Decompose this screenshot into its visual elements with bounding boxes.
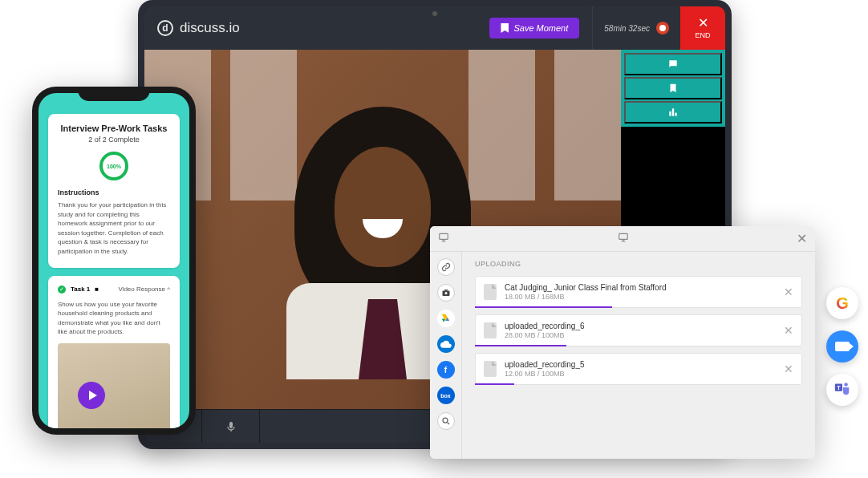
facebook-icon[interactable]: f — [437, 361, 455, 379]
file-name: Cat Judging_ Junior Class Final from Sta… — [505, 283, 776, 292]
upload-heading: UPLOADING — [475, 260, 802, 268]
file-size: 18.00 MB / 168MB — [505, 293, 776, 301]
svg-rect-1 — [672, 108, 674, 115]
upload-close-button[interactable]: ✕ — [797, 231, 807, 246]
svg-rect-12 — [444, 290, 448, 291]
chevron-up-icon: ^ — [167, 286, 170, 293]
file-icon — [484, 361, 497, 377]
brand-name: discuss.io — [180, 20, 240, 36]
progress-text: 2 of 2 Complete — [58, 136, 170, 144]
instructions-body: Thank you for your participation in this… — [58, 201, 170, 257]
task-label: Task 1 — [71, 286, 90, 293]
svg-point-16 — [844, 383, 848, 387]
upload-progress-bar — [475, 345, 566, 346]
upload-list: Cat Judging_ Junior Class Final from Sta… — [475, 276, 802, 385]
svg-rect-0 — [669, 111, 671, 116]
svg-rect-2 — [675, 113, 676, 116]
box-icon[interactable]: box — [437, 387, 455, 404]
end-label: END — [695, 31, 710, 39]
svg-rect-4 — [229, 422, 233, 428]
instructions-heading: Instructions — [58, 188, 170, 196]
camera-small-icon: ■ — [95, 286, 99, 293]
file-icon — [484, 284, 497, 300]
task-type: Video Response ^ — [118, 286, 170, 293]
monitor-icon-2 — [618, 232, 629, 246]
brand: d discuss.io — [157, 20, 240, 36]
brand-logo-icon: d — [157, 20, 173, 36]
file-name: uploaded_recording_6 — [505, 322, 776, 330]
play-button[interactable] — [78, 382, 105, 409]
upload-row: Cat Judging_ Junior Class Final from Sta… — [475, 276, 802, 308]
cancel-upload-button[interactable]: ✕ — [784, 324, 793, 337]
recording-icon — [656, 22, 669, 34]
chat-tab[interactable] — [624, 53, 722, 75]
zoom-integration-icon[interactable] — [826, 330, 858, 363]
link-source-icon[interactable] — [437, 258, 455, 276]
search-source-icon[interactable] — [437, 412, 455, 430]
google-drive-icon[interactable] — [437, 310, 455, 327]
upload-dialog: ✕ f box UPLOADING Cat Judging_ Junior Cl… — [430, 226, 815, 459]
google-integration-icon[interactable]: G — [826, 287, 858, 319]
cancel-upload-button[interactable]: ✕ — [784, 363, 793, 375]
upload-row: uploaded_recording_5 12.00 MB / 100MB ✕ — [475, 353, 802, 385]
check-icon: ✓ — [58, 286, 66, 294]
save-moment-button[interactable]: Save Moment — [489, 18, 579, 38]
monitor-icon — [438, 232, 449, 246]
session-timer: 58min 32sec — [592, 6, 680, 50]
upload-progress-bar — [475, 306, 612, 308]
file-size: 28.00 MB / 100MB — [505, 331, 776, 339]
prework-header-card: Interview Pre-Work Tasks 2 of 2 Complete… — [48, 114, 180, 268]
laptop-camera-dot — [432, 11, 437, 16]
bookmark-tab[interactable] — [624, 77, 722, 99]
svg-rect-9 — [619, 233, 627, 239]
end-call-button[interactable]: ✕ END — [680, 6, 725, 50]
onedrive-icon[interactable] — [437, 335, 455, 353]
phone-screen: Interview Pre-Work Tasks 2 of 2 Complete… — [39, 93, 189, 428]
timer-text: 58min 32sec — [604, 24, 650, 33]
svg-point-11 — [444, 292, 447, 294]
file-size: 12.00 MB / 100MB — [505, 370, 776, 378]
bookmark-icon — [501, 23, 509, 33]
svg-rect-8 — [440, 233, 448, 239]
task-card[interactable]: ✓ Task 1 ■ Video Response ^ Show us how … — [48, 276, 180, 428]
mic-toggle-button[interactable] — [202, 410, 260, 443]
phone-notch — [78, 87, 150, 101]
task-body: Show us how you use your favorite househ… — [58, 300, 170, 337]
upload-progress-bar — [475, 383, 514, 385]
file-name: uploaded_recording_5 — [505, 360, 776, 369]
play-icon — [89, 391, 97, 400]
save-moment-label: Save Moment — [513, 23, 568, 33]
camera-source-icon[interactable] — [437, 284, 455, 302]
upload-row: uploaded_recording_6 28.00 MB / 100MB ✕ — [475, 314, 802, 346]
close-icon: ✕ — [698, 17, 708, 30]
svg-point-13 — [443, 418, 448, 423]
cancel-upload-button[interactable]: ✕ — [784, 286, 793, 298]
upload-titlebar: ✕ — [430, 226, 815, 252]
teams-integration-icon[interactable]: T — [826, 374, 858, 406]
file-icon — [484, 322, 497, 338]
task-video-thumb[interactable] — [58, 343, 170, 428]
side-tabs — [621, 50, 725, 127]
upload-main: UPLOADING Cat Judging_ Junior Class Fina… — [462, 226, 815, 459]
poll-tab[interactable] — [624, 101, 722, 124]
prework-title: Interview Pre-Work Tasks — [58, 124, 170, 133]
integration-icons: G T — [826, 287, 858, 406]
upload-source-sidebar: f box — [430, 226, 462, 459]
progress-ring: 100% — [99, 152, 128, 180]
phone-frame: Interview Pre-Work Tasks 2 of 2 Complete… — [32, 87, 196, 435]
svg-text:T: T — [837, 383, 841, 391]
